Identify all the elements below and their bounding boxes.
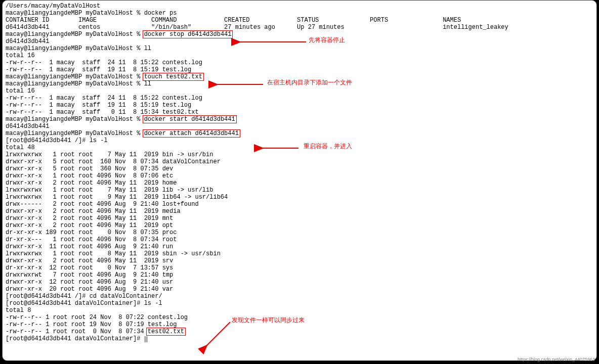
cmd-touch: touch test02.txt — [143, 73, 204, 81]
ls-row: lrwxrwxrwx 1 root root 7 May 11 2019 bin… — [6, 151, 213, 158]
annotation-touch: 在宿主机内目录下添加一个文件 — [267, 79, 352, 86]
total: total 48 — [6, 144, 35, 151]
dvc-row: -rw-r--r-- 1 root root 19 Nov 8 07:19 te… — [6, 321, 177, 328]
ls-row: dr-xr-x--- 1 root root 4096 Nov 8 07:34 … — [6, 236, 177, 243]
prompt: macay@liangyiangdeMBP myDataVolHost % — [6, 10, 144, 17]
ll-row: -rw-r--r-- 1 macay staff 19 11 8 15:19 t… — [6, 66, 191, 73]
annotation-restart: 重启容器，并进入 — [304, 143, 352, 150]
ls-row: drwxr-xr-x 20 root root 4096 Aug 9 21:40… — [6, 286, 173, 293]
cmd-docker-attach: docker attach d6414d3db441 — [143, 129, 240, 138]
cmd-ll: ll — [144, 80, 151, 87]
ls-row: drwxrwxrwt 7 root root 4096 Aug 9 21:40 … — [6, 271, 173, 279]
prompt: macay@liangyiangdeMBP myDataVolHost % — [6, 116, 144, 123]
cmd-docker-stop: docker stop d6414d3db441 — [143, 30, 233, 38]
ll-row: -rw-r--r-- 1 macay staff 0 11 8 15:34 te… — [6, 109, 199, 116]
prompt: macay@liangyiangdeMBP myDataVolHost % — [6, 73, 144, 80]
prompt-root: [root@d6414d3db441 /]# — [6, 293, 90, 300]
ls-row: drwxr-xr-x 2 root root 4096 May 11 2019 … — [6, 179, 177, 187]
prompt-root-dvc: [root@d6414d3db441 dataVolContainer]# — [6, 300, 144, 307]
ps-header: CONTAINER ID IMAGE COMMAND CREATED STATU… — [6, 17, 461, 24]
cmd-ll: ll — [144, 45, 151, 52]
ls-row: lrwxrwxrwx 1 root root 9 May 11 2019 lib… — [6, 194, 228, 201]
prompt: macay@liangyiangdeMBP myDataVolHost % — [6, 80, 144, 87]
prompt: macay@liangyiangdeMBP myDataVolHost % — [6, 45, 144, 52]
cmd-docker-ps: docker ps — [144, 10, 177, 17]
output-cid: d6414d3db441 — [6, 123, 49, 130]
ls-row: drwxr-xr-x 2 root root 4096 May 11 2019 … — [6, 222, 173, 229]
synced-file: test02.txt — [146, 328, 186, 336]
ls-row: drwxr-xr-x 12 root root 4096 Aug 9 21:40… — [6, 279, 173, 286]
total: total 16 — [6, 52, 35, 59]
ll-row: -rw-r--r-- 1 macay staff 24 11 8 15:22 c… — [6, 95, 202, 102]
prompt-root-dvc: [root@d6414d3db441 dataVolContainer]# — [6, 335, 144, 342]
terminal-window[interactable]: /Users/macay/myDataVolHost macay@liangyi… — [2, 0, 597, 361]
ps-row: d6414d3db441 centos "/bin/bash" 27 minut… — [6, 24, 508, 31]
dvc-row: -rw-r--r-- 1 root root 24 Nov 8 07:22 co… — [6, 314, 188, 321]
prompt-root: [root@d6414d3db441 /]# — [6, 137, 90, 144]
ls-row: dr-xr-xr-x 12 root root 0 Nov 7 13:57 sy… — [6, 264, 173, 271]
ls-row: lrwxrwxrwx 1 root root 7 May 11 2019 lib… — [6, 187, 213, 194]
ls-row: drwxr-xr-x 2 root root 4096 May 11 2019 … — [6, 215, 173, 222]
ls-row: drwx------ 2 root root 4096 Aug 9 21:40 … — [6, 201, 199, 208]
total: total 16 — [6, 87, 35, 95]
terminal-output: /Users/macay/myDataVolHost macay@liangyi… — [6, 3, 593, 342]
ls-row: drwxr-xr-x 2 root root 4096 May 11 2019 … — [6, 257, 173, 264]
annotation-sync: 发现文件一样可以同步过来 — [232, 316, 305, 324]
ls-row: drwxr-xr-x 5 root root 160 Nov 8 07:34 d… — [6, 158, 221, 165]
output-cid: d6414d3db441 — [6, 38, 49, 45]
watermark: https://blog.csdn.net/weixin_44075963 — [518, 356, 595, 363]
cmd-cd: cd dataVolContainer/ — [90, 293, 162, 300]
total: total 8 — [6, 307, 31, 314]
ls-row: lrwxrwxrwx 1 root root 8 May 11 2019 sbi… — [6, 250, 221, 257]
prompt: macay@liangyiangdeMBP myDataVolHost % — [6, 31, 144, 38]
cmd-docker-start: docker start d6414d3db441 — [143, 115, 237, 123]
cmd-lsl: ls -l — [90, 137, 108, 144]
ll-row: -rw-r--r-- 1 macay staff 19 11 8 15:19 t… — [6, 102, 191, 109]
ls-row: dr-xr-xr-x 189 root root 0 Nov 8 07:35 p… — [6, 229, 177, 236]
cwd-line: /Users/macay/myDataVolHost — [6, 3, 100, 10]
cmd-lsl: ls -l — [144, 300, 162, 307]
ls-row: drwxr-xr-x 5 root root 360 Nov 8 07:35 d… — [6, 165, 173, 172]
annotation-stop: 先将容器停止 — [309, 36, 345, 43]
cursor[interactable] — [144, 336, 148, 342]
ll-row: -rw-r--r-- 1 macay staff 24 11 8 15:22 c… — [6, 59, 202, 66]
ls-row: drwxr-xr-x 1 root root 4096 Nov 8 07:06 … — [6, 172, 173, 179]
ls-row: drwxr-xr-x 11 root root 4096 Aug 9 21:40… — [6, 243, 173, 250]
prompt: macay@liangyiangdeMBP myDataVolHost % — [6, 130, 144, 137]
dvc-row-prefix: -rw-r--r-- 1 root root 0 Nov 8 07:34 — [6, 328, 148, 335]
ls-row: drwxr-xr-x 2 root root 4096 May 11 2019 … — [6, 208, 181, 215]
